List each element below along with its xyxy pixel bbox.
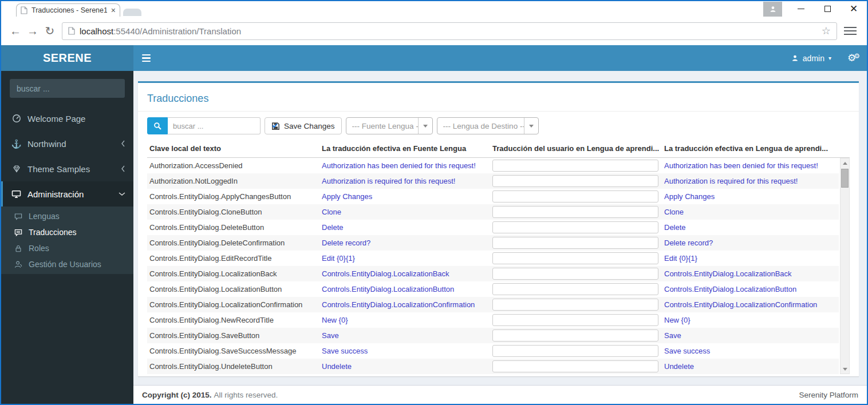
user-icon [791,54,799,62]
tab-close-icon[interactable]: × [111,6,116,14]
translations-grid: Clave local del texto La traducción efec… [147,140,850,374]
browser-menu-icon[interactable] [844,27,857,35]
user-translation-input[interactable] [492,268,658,280]
url-path: :55440/Administration/Translation [113,26,241,36]
settings-gears-icon[interactable]: ⚙⚙ [847,52,858,64]
grid-toolbar: Save Changes --- Fuente Lengua --- --- L… [147,117,850,134]
user-translation-input[interactable] [492,175,658,187]
sidebar-subitem-lenguas[interactable]: Lenguas [1,208,133,224]
cell-source-translation: Delete [322,223,492,232]
scroll-down-icon[interactable] [841,364,849,374]
sidebar-subitem-traducciones[interactable]: Traducciones [1,224,133,240]
cell-source-translation: Save success [322,347,492,355]
cell-local-text-key: Authorization.AccessDenied [147,161,322,170]
target-language-select[interactable]: --- Lengua de Destino --- [437,117,539,134]
new-tab-button[interactable] [123,9,141,16]
browser-tab[interactable]: Traducciones - Serene1 × [16,3,120,17]
cell-target-translation: Delete [664,223,839,232]
user-translation-input[interactable] [492,221,658,233]
user-translation-input[interactable] [492,360,658,372]
chevron-left-icon [121,165,125,172]
copyright-text: Copyright (c) 2015. [142,391,212,399]
quick-search [147,117,261,134]
window-close-button[interactable]: ✕ [841,1,867,17]
sidebar-item-northwind[interactable]: ⚓Northwind [1,131,133,156]
sidebar-subitem-label: Lenguas [29,212,60,221]
source-language-select[interactable]: --- Fuente Lengua --- [346,117,433,134]
user-translation-input[interactable] [492,160,658,172]
url-host: localhost [80,26,113,36]
vertical-scrollbar[interactable] [840,158,850,374]
sidebar-item-welcome-page[interactable]: Welcome Page [1,106,133,131]
cell-user-translation [492,314,664,326]
scrollbar-thumb[interactable] [841,169,849,188]
cell-target-translation: Delete record? [664,239,839,247]
cell-user-translation [492,190,664,202]
address-bar[interactable]: localhost:55440/Administration/Translati… [62,22,837,40]
user-translation-input[interactable] [492,329,658,342]
cell-source-translation: Authorization is required for this reque… [322,177,492,185]
cell-target-translation: Undelete [664,362,839,371]
scroll-up-icon[interactable] [841,158,849,168]
page-title: Traducciones [147,93,850,105]
user-translation-input[interactable] [492,237,658,249]
cell-user-translation [492,283,664,295]
user-translation-input[interactable] [492,206,658,218]
content-area: Traducciones [133,71,867,404]
table-row: Controls.EntityDialog.LocalizationBackCo… [147,266,839,281]
cell-source-translation: Save [322,331,492,340]
column-header-source[interactable]: La traducción efectiva en Fuente Lengua [322,144,492,153]
cell-target-translation: Apply Changes [664,192,839,201]
save-changes-button[interactable]: Save Changes [265,117,342,134]
sidebar-subitem-gesti-n-de-usuarios[interactable]: Gestión de Usuarios [1,256,133,272]
chevron-down-icon [423,125,428,128]
save-disk-icon [271,122,280,130]
sidebar-toggle-icon[interactable] [142,54,153,62]
sidebar-subitem-roles[interactable]: Roles [1,240,133,256]
reload-icon[interactable]: ↻ [41,24,58,38]
window-maximize-button[interactable] [814,1,841,17]
quick-search-input[interactable] [168,117,261,134]
user-translation-input[interactable] [492,345,658,357]
browser-profile-button[interactable] [763,2,782,17]
save-changes-label: Save Changes [284,122,335,130]
cell-target-translation: Controls.EntityDialog.LocalizationButton [664,285,839,293]
sidebar-subitem-label: Traducciones [29,228,77,237]
user-translation-input[interactable] [492,190,658,202]
cell-local-text-key: Controls.EntityDialog.DeleteConfirmation [147,239,322,247]
user-translation-input[interactable] [492,283,658,295]
quick-search-button[interactable] [147,117,168,134]
cell-user-translation [492,160,664,172]
forward-icon[interactable]: → [24,25,41,38]
column-header-user-translation[interactable]: Traducción del usuario en Lengua de apre… [492,144,664,153]
cell-source-translation: Edit {0}{1} [322,254,492,263]
sidebar-item-theme-samples[interactable]: Theme Samples [1,156,133,181]
window-minimize-button[interactable] [788,1,814,17]
table-row: Controls.EntityDialog.LocalizationConfir… [147,297,839,312]
user-translation-input[interactable] [492,252,658,264]
bookmark-star-icon[interactable]: ☆ [822,25,831,37]
column-header-target[interactable]: La traducción efectiva en Lengua de apre… [664,144,850,153]
sidebar-submenu: LenguasTraduccionesRolesGestión de Usuar… [1,207,133,274]
brand-logo[interactable]: SERENE [1,45,133,71]
translations-panel: Traducciones [138,81,859,376]
sidebar-item-administraci-n[interactable]: Administración [1,181,133,207]
cell-target-translation: Clone [664,208,839,216]
sidebar-search-input[interactable] [17,84,120,93]
table-row: Controls.EntityDialog.DeleteButtonDelete… [147,220,839,235]
back-icon[interactable]: ← [7,25,24,38]
app-navbar: SERENE admin ▾ ⚙⚙ [1,45,867,71]
cell-target-translation: Authorization has been denied for this r… [664,161,839,170]
platform-label: Serenity Platform [799,391,858,399]
user-translation-input[interactable] [492,299,658,311]
sidebar-search[interactable] [10,79,125,98]
column-header-key[interactable]: Clave local del texto [147,144,322,153]
table-row: Controls.EntityDialog.CloneButtonCloneCl… [147,204,839,220]
lock-icon [14,244,23,253]
cell-source-translation: Controls.EntityDialog.LocalizationButton [322,285,492,293]
user-translation-input[interactable] [492,314,658,326]
app-footer: Copyright (c) 2015. All rights reserved.… [133,385,867,404]
cell-source-translation: Undelete [322,362,492,371]
user-menu[interactable]: admin ▾ [791,54,831,63]
user-name: admin [803,54,824,63]
